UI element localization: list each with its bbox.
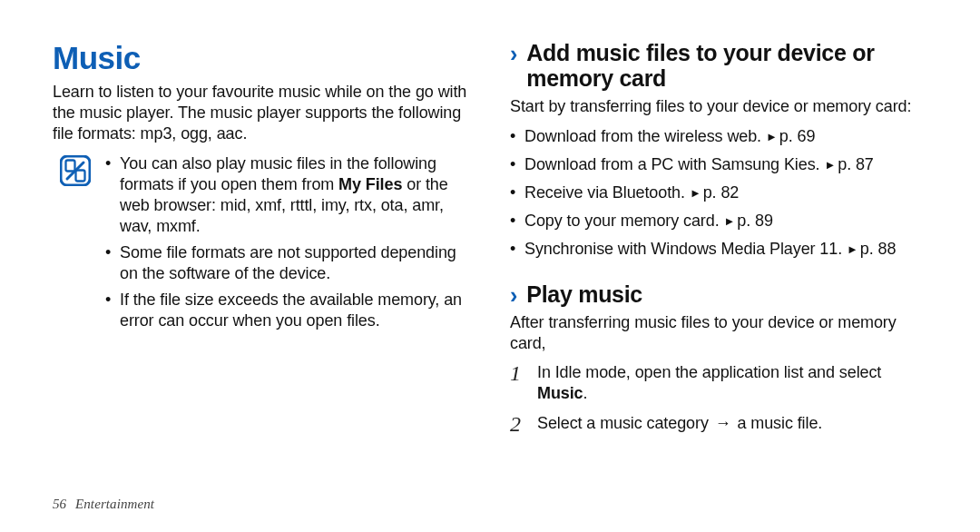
step-fragment: Select a music category [537, 414, 713, 432]
note-icon [60, 155, 91, 186]
page-ref: p. 87 [838, 155, 874, 173]
step-text: In Idle mode, open the application list … [537, 362, 927, 404]
step-number: 2 [510, 413, 526, 435]
svg-rect-3 [76, 171, 85, 182]
step-item: 2 Select a music category → a music file… [510, 413, 927, 435]
triangle-icon: ► [847, 242, 858, 258]
arrow-icon: → [715, 414, 731, 432]
note-block: You can also play music files in the fol… [53, 153, 470, 331]
note-item: Some file formats are not supported depe… [105, 242, 470, 284]
left-column: Music Learn to listen to your favourite … [53, 40, 470, 444]
list-item: Receive via Bluetooth.►p. 82 [510, 182, 927, 203]
note-item: You can also play music files in the fol… [105, 153, 470, 237]
step-fragment: a music file. [733, 414, 823, 432]
chevron-icon: › [510, 283, 517, 307]
triangle-icon: ► [766, 130, 778, 145]
triangle-icon: ► [824, 158, 836, 173]
manual-page: Music Learn to listen to your favourite … [0, 0, 980, 532]
page-ref: p. 89 [737, 212, 773, 230]
chevron-icon: › [510, 42, 517, 65]
step-text: Select a music category → a music file. [537, 413, 927, 435]
list-item: Copy to your memory card.►p. 89 [510, 211, 927, 232]
play-steps: 1 In Idle mode, open the application lis… [510, 362, 927, 435]
step-fragment: In Idle mode, open the application list … [537, 363, 881, 381]
item-text: Synchronise with Windows Media Player 11… [524, 240, 842, 258]
two-column-layout: Music Learn to listen to your favourite … [53, 40, 927, 444]
note-list: You can also play music files in the fol… [105, 153, 470, 331]
svg-rect-2 [66, 161, 75, 172]
page-ref: p. 88 [860, 240, 897, 258]
note-item: If the file size exceeds the available m… [105, 290, 470, 331]
page-ref: p. 69 [779, 127, 816, 145]
triangle-icon: ► [724, 214, 736, 230]
subheading-add-music: › Add music files to your device or memo… [510, 40, 927, 91]
page-number: 56 [53, 497, 66, 512]
subheading-label: Play music [526, 281, 642, 307]
play-lead: After transferring music files to your d… [510, 312, 927, 354]
item-text: Receive via Bluetooth. [524, 183, 685, 202]
intro-paragraph: Learn to listen to your favourite music … [53, 82, 470, 144]
step-bold-music: Music [537, 384, 583, 402]
add-methods-list: Download from the wireless web.►p. 69 Do… [510, 126, 927, 260]
list-item: Download from the wireless web.►p. 69 [510, 126, 927, 147]
subheading-label: Add music files to your device or memory… [526, 40, 927, 91]
list-item: Synchronise with Windows Media Player 11… [510, 239, 927, 260]
right-column: › Add music files to your device or memo… [510, 40, 927, 444]
step-item: 1 In Idle mode, open the application lis… [510, 362, 927, 404]
item-text: Download from the wireless web. [524, 127, 761, 145]
add-lead: Start by transferring files to your devi… [510, 96, 927, 117]
step-number: 1 [510, 362, 526, 404]
note-bold-myfiles: My Files [338, 175, 402, 193]
section-title-music: Music [53, 40, 470, 76]
footer-section: Entertainment [75, 497, 154, 512]
item-text: Copy to your memory card. [524, 212, 720, 230]
subheading-play-music: › Play music [510, 281, 927, 307]
page-ref: p. 82 [703, 183, 740, 202]
triangle-icon: ► [690, 186, 701, 202]
page-footer: 56 Entertainment [53, 497, 154, 512]
item-text: Download from a PC with Samsung Kies. [524, 155, 819, 173]
step-fragment: . [583, 384, 588, 402]
list-item: Download from a PC with Samsung Kies.►p.… [510, 154, 927, 175]
